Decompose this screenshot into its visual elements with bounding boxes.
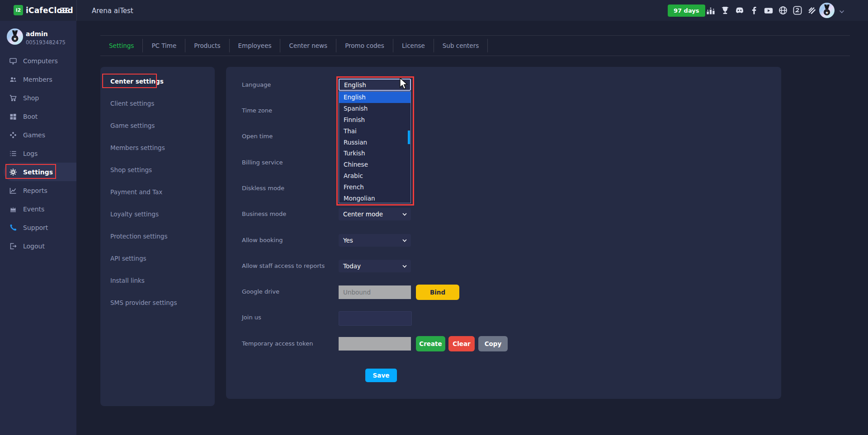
menu-item-api-settings[interactable]: API settings (100, 247, 215, 269)
license-days-badge[interactable]: 97 days (668, 5, 705, 17)
menu-toggle-icon[interactable] (60, 8, 69, 14)
sidebar-avatar[interactable]: ★ (7, 28, 23, 45)
staff-reports-select[interactable]: Today (339, 260, 411, 272)
language-dropdown-list: English Spanish Finnish Thai Russian Tur… (339, 91, 411, 203)
user-avatar[interactable]: ★ (819, 3, 835, 18)
trophy-icon[interactable] (720, 5, 731, 16)
sidebar-item-computers[interactable]: Computers (0, 51, 76, 70)
language-option-spanish[interactable]: Spanish (339, 103, 410, 114)
language-option-chinese[interactable]: Chinese (339, 159, 410, 170)
language-label: Language (242, 80, 339, 89)
svg-text:★: ★ (13, 36, 17, 41)
tab-license[interactable]: License (393, 39, 434, 52)
chevron-down-icon (402, 211, 406, 215)
sidebar-item-logs[interactable]: Logs (0, 144, 76, 163)
top-bar: i2 iCafeCloud Arena aiTest 97 days (0, 0, 868, 21)
language-option-english[interactable]: English (339, 92, 410, 103)
sidebar-nav: Computers Members Shop Boot Games Logs (0, 51, 76, 255)
menu-item-sms-provider-settings[interactable]: SMS provider settings (100, 291, 215, 313)
sidebar-item-reports[interactable]: Reports (0, 181, 76, 200)
menu-item-center-settings[interactable]: Center settings (100, 70, 215, 92)
language-select-value: English (344, 81, 366, 89)
tab-products[interactable]: Products (185, 39, 229, 52)
bind-button[interactable]: Bind (416, 285, 459, 300)
leaderboard-icon[interactable] (705, 5, 716, 16)
sidebar-item-logout[interactable]: Logout (0, 237, 76, 255)
cart-icon (9, 94, 17, 102)
sidebar-user-id: 005193482475 (26, 39, 66, 46)
menu-item-protection-settings[interactable]: Protection settings (100, 225, 215, 247)
sidebar-item-label: Logs (23, 150, 38, 157)
language-option-thai[interactable]: Thai (339, 125, 410, 136)
allow-booking-value: Yes (343, 237, 353, 244)
language-option-turkish[interactable]: Turkish (339, 148, 410, 159)
gear-icon (9, 168, 17, 176)
tab-center-news[interactable]: Center news (280, 39, 336, 52)
language-option-finnish[interactable]: Finnish (339, 114, 410, 126)
sidebar-item-members[interactable]: Members (0, 70, 76, 89)
tab-bar: Settings PC Time Products Employees Cent… (100, 35, 850, 56)
sidebar-item-label: Computers (23, 57, 58, 65)
business-mode-select[interactable]: Center mode (339, 208, 411, 220)
sidebar-user-name: admin (26, 30, 48, 37)
center-settings-form: Language Time zone Open time Billing ser… (226, 67, 781, 399)
clear-button[interactable]: Clear (448, 336, 475, 351)
facebook-icon[interactable] (749, 5, 760, 16)
chevron-down-icon[interactable] (840, 9, 844, 13)
menu-item-shop-settings[interactable]: Shop settings (100, 159, 215, 181)
google-drive-input[interactable] (339, 285, 411, 299)
chevron-down-icon (402, 238, 406, 242)
tab-pc-time[interactable]: PC Time (143, 39, 185, 52)
language-option-russian[interactable]: Russian (339, 136, 410, 148)
language-option-french[interactable]: French (339, 181, 410, 192)
phone-icon (9, 224, 17, 232)
menu-item-install-links[interactable]: Install links (100, 269, 215, 291)
menu-item-loyalty-settings[interactable]: Loyalty settings (100, 203, 215, 225)
globe-icon[interactable] (778, 5, 788, 16)
allow-booking-select[interactable]: Yes (339, 234, 411, 247)
menu-item-members-settings[interactable]: Members settings (100, 136, 215, 159)
dropdown-scrollbar[interactable] (408, 131, 410, 144)
business-mode-value: Center mode (343, 210, 383, 218)
create-button[interactable]: Create (416, 336, 445, 351)
save-button[interactable]: Save (365, 369, 397, 382)
menu-item-game-settings[interactable]: Game settings (100, 114, 215, 136)
sidebar-item-events[interactable]: Events (0, 200, 76, 218)
business-mode-label: Business mode (242, 210, 339, 219)
sidebar-item-games[interactable]: Games (0, 126, 76, 144)
gamepad-icon (9, 131, 17, 139)
monitor-icon (9, 57, 17, 65)
logout-icon (9, 242, 17, 250)
tab-promo-codes[interactable]: Promo codes (336, 39, 393, 52)
language-option-arabic[interactable]: Arabic (339, 170, 410, 182)
language-select[interactable]: English (339, 79, 411, 91)
sidebar-item-support[interactable]: Support (0, 218, 76, 237)
copy-button[interactable]: Copy (478, 336, 508, 351)
menu-item-payment-and-tax[interactable]: Payment and Tax (100, 181, 215, 203)
tab-sub-centers[interactable]: Sub centers (434, 39, 488, 52)
language-option-mongolian[interactable]: Mongolian (339, 192, 410, 204)
sidebar-item-label: Members (23, 76, 52, 83)
google-drive-label: Google drive (242, 287, 339, 296)
billing-service-label: Billing service (242, 158, 339, 167)
sidebar-item-settings[interactable]: Settings (4, 163, 76, 181)
token-input[interactable] (339, 337, 411, 351)
tab-settings[interactable]: Settings (100, 39, 143, 52)
menu-item-client-settings[interactable]: Client settings (100, 92, 215, 114)
allow-booking-label: Allow booking (242, 236, 339, 245)
sidebar-item-boot[interactable]: Boot (0, 107, 76, 126)
icafemenu-icon[interactable] (807, 5, 817, 16)
sidebar-item-label: Boot (23, 113, 38, 120)
users-icon (9, 75, 17, 84)
sidebar-item-shop[interactable]: Shop (0, 89, 76, 107)
icafecloud-logo-icon: i2 (14, 5, 23, 15)
sidebar-item-label: Shop (23, 94, 39, 102)
icafecloud-icon[interactable] (792, 5, 803, 16)
app-screen: i2 iCafeCloud Arena aiTest 97 days (0, 0, 868, 435)
discord-icon[interactable] (734, 5, 745, 16)
youtube-icon[interactable] (763, 5, 774, 16)
chart-icon (9, 187, 17, 195)
join-us-input[interactable] (339, 311, 412, 326)
sidebar-item-label: Reports (23, 187, 47, 194)
tab-employees[interactable]: Employees (230, 39, 281, 52)
